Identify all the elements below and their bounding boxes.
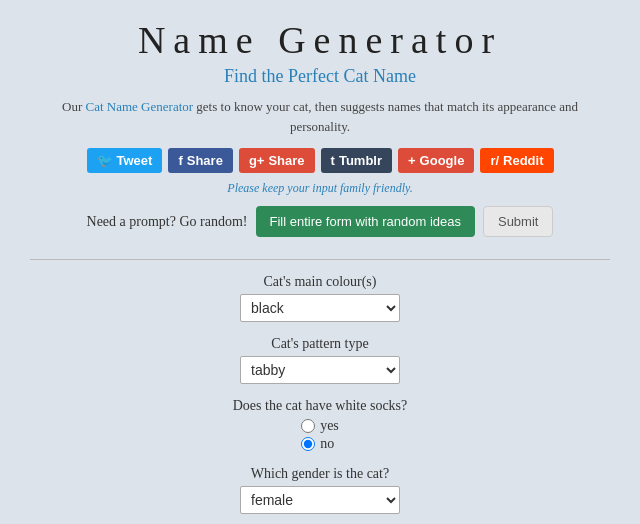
- reddit-label: Reddit: [503, 153, 543, 168]
- pattern-type-label: Cat's pattern type: [271, 336, 368, 352]
- prompt-label: Need a prompt? Go random!: [87, 214, 248, 230]
- reddit-button[interactable]: r/ Reddit: [480, 148, 553, 173]
- family-friendly-notice: Please keep your input family friendly.: [227, 181, 412, 196]
- tweet-button[interactable]: 🐦 Tweet: [87, 148, 163, 173]
- gplus-share-label: Share: [268, 153, 304, 168]
- main-colour-select[interactable]: black white orange grey brown cream mult…: [240, 294, 400, 322]
- prompt-row: Need a prompt? Go random! Fill entire fo…: [87, 206, 554, 237]
- social-buttons: 🐦 Tweet f Share g+ Share t Tumblr + Goog…: [87, 148, 554, 173]
- google-label: Google: [420, 153, 465, 168]
- white-socks-no-label: no: [320, 436, 334, 452]
- gender-group: Which gender is the cat? female male: [120, 466, 520, 514]
- tweet-label: Tweet: [117, 153, 153, 168]
- facebook-icon: f: [178, 153, 182, 168]
- form-section: Cat's main colour(s) black white orange …: [120, 274, 520, 524]
- submit-button[interactable]: Submit: [483, 206, 553, 237]
- main-colour-group: Cat's main colour(s) black white orange …: [120, 274, 520, 322]
- description: Our Cat Name Generator gets to know your…: [50, 97, 590, 136]
- white-socks-radio-group: yes no: [301, 418, 339, 452]
- tumblr-label: Tumblr: [339, 153, 382, 168]
- gender-select[interactable]: female male: [240, 486, 400, 514]
- pattern-type-select[interactable]: tabby solid bicolor tortoiseshell calico…: [240, 356, 400, 384]
- google-button[interactable]: + Google: [398, 148, 474, 173]
- reddit-icon: r/: [490, 153, 499, 168]
- gplus-icon: g+: [249, 153, 265, 168]
- tumblr-icon: t: [331, 153, 335, 168]
- pattern-type-group: Cat's pattern type tabby solid bicolor t…: [120, 336, 520, 384]
- subtitle: Find the Perfect Cat Name: [224, 66, 416, 87]
- white-socks-yes-label: yes: [320, 418, 339, 434]
- tumblr-button[interactable]: t Tumblr: [321, 148, 392, 173]
- white-socks-yes-radio[interactable]: [301, 419, 315, 433]
- facebook-share-label: Share: [187, 153, 223, 168]
- page-title: Name Generator: [138, 18, 502, 62]
- twitter-icon: 🐦: [97, 153, 113, 168]
- white-socks-no-row[interactable]: no: [301, 436, 334, 452]
- gender-label: Which gender is the cat?: [251, 466, 389, 482]
- description-link[interactable]: Cat Name Generator: [86, 99, 194, 114]
- fill-random-button[interactable]: Fill entire form with random ideas: [256, 206, 475, 237]
- white-socks-group: Does the cat have white socks? yes no: [120, 398, 520, 452]
- white-socks-label: Does the cat have white socks?: [233, 398, 408, 414]
- facebook-share-button[interactable]: f Share: [168, 148, 232, 173]
- gplus-share-button[interactable]: g+ Share: [239, 148, 315, 173]
- main-colour-label: Cat's main colour(s): [264, 274, 377, 290]
- divider: [30, 259, 610, 260]
- white-socks-yes-row[interactable]: yes: [301, 418, 339, 434]
- white-socks-no-radio[interactable]: [301, 437, 315, 451]
- google-icon: +: [408, 153, 416, 168]
